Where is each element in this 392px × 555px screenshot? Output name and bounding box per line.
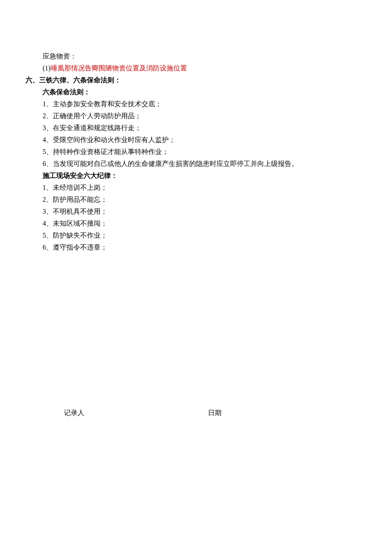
section-6-heading: 六、三铁六律、六条保命法则：: [26, 74, 366, 86]
annotated-text: 唾凰那情况告卿围陋物资位置及消防设施位置: [51, 64, 187, 72]
rule-item: 5、持特种作业资格证才能从事特种作业；: [26, 146, 366, 158]
annotated-prefix: (1): [43, 64, 51, 72]
recorder-label: 记录人: [64, 407, 84, 419]
signature-row: 记录人 日期: [26, 407, 366, 419]
date-label: 日期: [208, 407, 222, 419]
discipline-item: 3、不明机具不使用；: [26, 206, 366, 218]
discipline-item: 1、未经培训不上岗；: [26, 182, 366, 194]
rule-item: 4、受限空间作业和动火作业时应有人监护；: [26, 134, 366, 146]
six-rules-heading: 六条保命法则：: [26, 86, 366, 98]
discipline-item: 6、遵守指令不违章；: [26, 241, 366, 253]
rule-item: 6、当发现可能对自己或他人的生命健康产生损害的隐患时应立即停工并向上级报告。: [26, 158, 366, 170]
six-disciplines-heading: 施工现场安全六大纪律：: [26, 170, 366, 182]
annotated-line: (1)唾凰那情况告卿围陋物资位置及消防设施位置: [26, 62, 366, 74]
discipline-item: 2、防护用品不能忘；: [26, 194, 366, 206]
discipline-item: 4、未知区域不擅闯；: [26, 218, 366, 230]
rule-item: 1、主动参加安全教育和安全技术交底；: [26, 98, 366, 110]
discipline-item: 5、防护缺失不作业；: [26, 230, 366, 241]
rule-item: 2、正确使用个人劳动防护用品；: [26, 110, 366, 122]
rule-item: 3、在安全通道和规定线路行走；: [26, 122, 366, 134]
materials-label: 应急物资：: [26, 50, 366, 62]
